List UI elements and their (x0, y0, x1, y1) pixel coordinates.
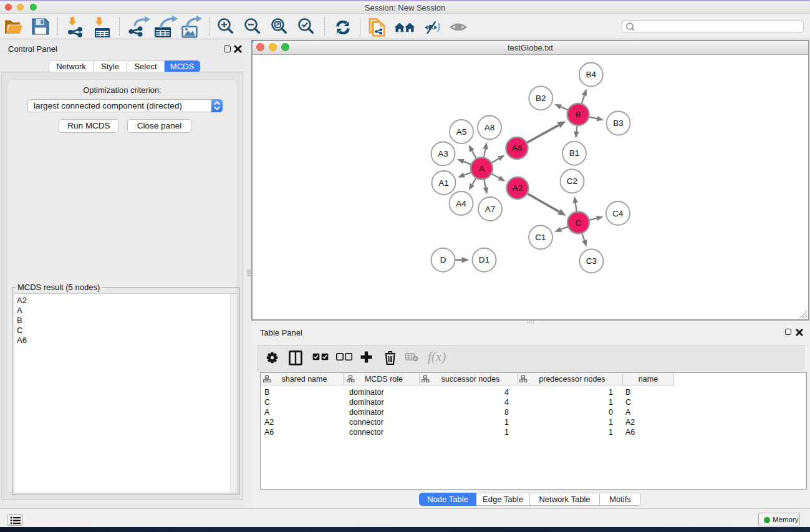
svg-text:A8: A8 (485, 123, 495, 132)
svg-text:A6: A6 (512, 143, 523, 153)
svg-text:B: B (576, 110, 581, 119)
svg-text:C: C (576, 218, 582, 228)
svg-text:A7: A7 (485, 205, 496, 214)
svg-text:A: A (479, 164, 485, 173)
svg-text:D1: D1 (479, 255, 489, 264)
svg-text:B4: B4 (586, 70, 597, 79)
svg-text:C3: C3 (586, 256, 597, 266)
svg-text:A5: A5 (456, 127, 467, 137)
svg-text:B1: B1 (569, 148, 580, 158)
svg-text:B2: B2 (536, 94, 546, 103)
svg-text:A2: A2 (513, 183, 523, 193)
svg-text:B3: B3 (613, 118, 624, 128)
svg-text:A1: A1 (438, 178, 449, 188)
svg-text:A4: A4 (456, 199, 466, 208)
svg-text:A3: A3 (438, 149, 448, 158)
svg-text:C2: C2 (567, 177, 577, 186)
svg-text:C1: C1 (535, 233, 546, 242)
svg-text:D: D (440, 255, 446, 264)
svg-text:C4: C4 (612, 209, 624, 218)
